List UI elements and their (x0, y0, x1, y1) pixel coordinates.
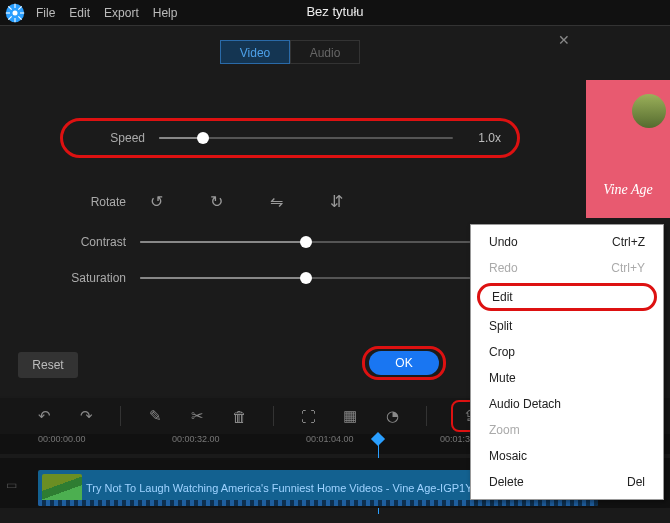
ctx-split[interactable]: Split (471, 313, 663, 339)
speed-slider[interactable] (159, 137, 453, 139)
ctx-label: Audio Detach (489, 397, 561, 411)
speed-row: Speed 1.0x (60, 118, 520, 158)
rotate-row: Rotate ↺ ↻ ⇋ ⇵ (60, 192, 580, 211)
ctx-crop[interactable]: Crop (471, 339, 663, 365)
ctx-label: Edit (492, 290, 513, 304)
ctx-undo[interactable]: UndoCtrl+Z (471, 229, 663, 255)
menubar: File Edit Export Help (36, 6, 177, 20)
ctx-zoom: Zoom (471, 417, 663, 443)
clip-thumbnail (42, 474, 82, 502)
ctx-edit[interactable]: Edit (477, 283, 657, 311)
preview-brand: Vine Age (586, 182, 670, 198)
speed-value: 1.0x (461, 131, 501, 145)
edit-icon[interactable]: ✎ (145, 406, 165, 426)
window-title: Bez tytułu (306, 4, 363, 19)
ctx-mosaic[interactable]: Mosaic (471, 443, 663, 469)
saturation-slider[interactable] (140, 277, 472, 279)
contrast-label: Contrast (60, 235, 140, 249)
ruler-mark: 00:00:00.00 (38, 434, 86, 444)
ctx-shortcut: Del (627, 475, 645, 489)
rotate-label: Rotate (60, 195, 140, 209)
menu-file[interactable]: File (36, 6, 55, 20)
ctx-shortcut: Ctrl+Y (611, 261, 645, 275)
mosaic-icon[interactable]: ▦ (340, 406, 360, 426)
menu-help[interactable]: Help (153, 6, 178, 20)
separator (120, 406, 121, 426)
ctx-label: Undo (489, 235, 518, 249)
delete-icon[interactable]: 🗑 (229, 406, 249, 426)
saturation-label: Saturation (60, 271, 140, 285)
flip-horizontal-icon[interactable]: ⇋ (266, 192, 286, 211)
tabbar: Video Audio (0, 40, 580, 64)
ctx-label: Zoom (489, 423, 520, 437)
separator (426, 406, 427, 426)
clip-title: Try Not To Laugh Watching America's Funn… (86, 482, 502, 494)
ok-highlight: OK (362, 346, 446, 380)
speed-thumb[interactable] (197, 132, 209, 144)
redo-icon[interactable]: ↷ (76, 406, 96, 426)
context-menu: UndoCtrl+ZRedoCtrl+YEditSplitCropMuteAud… (470, 224, 664, 500)
ruler-mark: 00:00:32.00 (172, 434, 220, 444)
svg-point-1 (13, 10, 18, 15)
flip-vertical-icon[interactable]: ⇵ (326, 192, 346, 211)
ctx-label: Mosaic (489, 449, 527, 463)
ok-button[interactable]: OK (369, 351, 439, 375)
contrast-slider[interactable] (140, 241, 472, 243)
ctx-label: Crop (489, 345, 515, 359)
ctx-redo: RedoCtrl+Y (471, 255, 663, 281)
ctx-label: Delete (489, 475, 524, 489)
saturation-thumb[interactable] (300, 272, 312, 284)
app-logo-icon (4, 2, 26, 24)
titlebar: File Edit Export Help Bez tytułu (0, 0, 670, 26)
saturation-row: Saturation 0 (60, 271, 520, 285)
reset-button[interactable]: Reset (18, 352, 78, 378)
preview-image (632, 94, 666, 128)
tab-video[interactable]: Video (220, 40, 290, 64)
ctx-audio-detach[interactable]: Audio Detach (471, 391, 663, 417)
ctx-shortcut: Ctrl+Z (612, 235, 645, 249)
separator (273, 406, 274, 426)
contrast-row: Contrast 0 (60, 235, 520, 249)
menu-edit[interactable]: Edit (69, 6, 90, 20)
crop-icon[interactable]: ⛶ (298, 406, 318, 426)
duration-icon[interactable]: ◔ (382, 406, 402, 426)
speed-label: Speed (79, 131, 159, 145)
split-icon[interactable]: ✂ (187, 406, 207, 426)
rotate-cw-icon[interactable]: ↻ (206, 192, 226, 211)
contrast-thumb[interactable] (300, 236, 312, 248)
ctx-label: Redo (489, 261, 518, 275)
ctx-label: Split (489, 319, 512, 333)
ctx-mute[interactable]: Mute (471, 365, 663, 391)
ruler-mark: 00:01:04.00 (306, 434, 354, 444)
video-track-icon: ▭ (6, 478, 17, 492)
ctx-delete[interactable]: DeleteDel (471, 469, 663, 495)
close-icon[interactable]: ✕ (558, 32, 570, 48)
ctx-label: Mute (489, 371, 516, 385)
undo-icon[interactable]: ↶ (34, 406, 54, 426)
tab-audio[interactable]: Audio (290, 40, 360, 64)
menu-export[interactable]: Export (104, 6, 139, 20)
preview-pane: Vine Age (586, 80, 670, 218)
rotate-ccw-icon[interactable]: ↺ (146, 192, 166, 211)
